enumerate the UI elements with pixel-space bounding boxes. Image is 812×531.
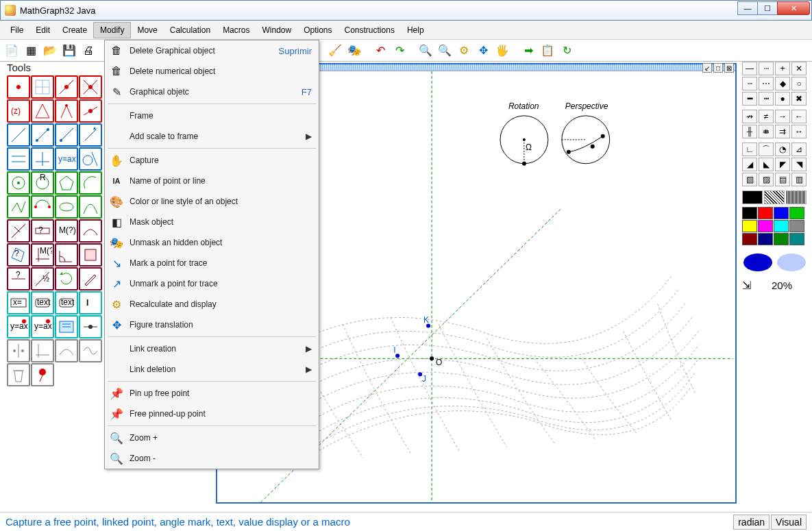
tool-pin[interactable] <box>31 363 54 386</box>
dd-link-creation[interactable]: Link creation▶ <box>105 338 319 359</box>
tool-triangle[interactable] <box>31 99 54 123</box>
close-button[interactable]: ✕ <box>777 1 810 15</box>
tool-area[interactable] <box>79 243 102 267</box>
tool-sym[interactable] <box>7 339 30 362</box>
color-blue[interactable] <box>774 207 789 219</box>
angle-full[interactable]: ◔ <box>775 143 790 156</box>
tool-parallel[interactable] <box>7 147 30 171</box>
color-yellow[interactable] <box>742 220 757 232</box>
menu-file[interactable]: File <box>4 23 29 38</box>
save-icon[interactable]: 💾 <box>60 42 78 60</box>
style-plus[interactable]: + <box>775 62 790 75</box>
style-thick[interactable]: ━ <box>742 92 757 106</box>
fill-d1[interactable]: ▧ <box>742 173 757 186</box>
color-black[interactable] <box>742 207 757 219</box>
dd-link-deletion[interactable]: Link deletion▶ <box>105 359 319 380</box>
style-dash3[interactable]: ┅ <box>759 92 774 106</box>
ellipse-fill-light[interactable] <box>777 254 806 271</box>
color-gray[interactable] <box>789 220 804 232</box>
tool-slope[interactable]: ½ <box>31 267 54 291</box>
style-dashdot[interactable]: ⋯ <box>759 77 774 90</box>
menu-move[interactable]: Move <box>131 23 163 38</box>
dd-unpin[interactable]: 📌Free pinned-up point <box>105 404 319 424</box>
tool-text[interactable]: text <box>31 291 54 314</box>
reload-icon[interactable]: ↻ <box>558 42 576 60</box>
end-arrow-r[interactable]: → <box>775 110 790 123</box>
tool-coord-point[interactable]: (z) <box>7 99 30 123</box>
tool-yeq2[interactable]: y=ax <box>31 315 54 338</box>
tool-point-on[interactable] <box>55 75 78 99</box>
angle-arc[interactable]: ⌒ <box>759 143 774 156</box>
tool-xeq[interactable]: x= <box>7 291 30 314</box>
redo-icon[interactable]: ↷ <box>391 42 408 60</box>
fill-d4[interactable]: ▥ <box>791 173 807 186</box>
tool-tangent[interactable] <box>79 147 102 171</box>
color-red[interactable] <box>758 207 773 219</box>
move-icon[interactable]: ✥ <box>474 42 492 60</box>
tool-bisector[interactable] <box>55 99 78 123</box>
tool-ray[interactable] <box>55 123 78 147</box>
end-double-l[interactable]: ↔ <box>791 125 807 138</box>
dd-graphical-object[interactable]: ✎Graphical objetcF7 <box>105 82 319 102</box>
style-big-x[interactable]: ✖ <box>791 92 807 106</box>
tool-pencil[interactable] <box>79 267 102 291</box>
style-circle-s[interactable]: ○ <box>791 77 807 90</box>
color-navy[interactable] <box>758 233 773 245</box>
angle-d2[interactable]: ◣ <box>759 158 774 171</box>
color-cyan[interactable] <box>774 220 789 232</box>
tool-arc2[interactable] <box>31 195 54 219</box>
angle-d4[interactable]: ◥ <box>791 158 807 171</box>
dd-unmask[interactable]: 🎭Unmask an hidden object <box>105 232 319 253</box>
menu-macros[interactable]: Macros <box>217 23 256 38</box>
eraser-icon[interactable]: 🧹 <box>326 42 344 60</box>
angle-d3[interactable]: ◤ <box>775 158 790 171</box>
tool-circle[interactable] <box>7 171 30 195</box>
tool-line[interactable] <box>7 123 30 147</box>
end-hash3[interactable]: ⩩ <box>759 125 774 138</box>
tool-grid-point[interactable] <box>31 75 54 99</box>
curtain-icon[interactable]: 🎭 <box>345 42 363 60</box>
tool-yeq[interactable]: y=ax <box>7 315 30 338</box>
doc-icon[interactable]: 📋 <box>539 42 556 60</box>
tool-polyline[interactable] <box>7 195 30 219</box>
forward-icon[interactable]: ➡ <box>519 42 537 60</box>
color-teal[interactable] <box>789 233 804 245</box>
dd-pin[interactable]: 📌Pin up free point <box>105 383 319 404</box>
dd-capture[interactable]: ✋Capture <box>105 150 319 171</box>
end-hash2[interactable]: ╫ <box>742 125 757 138</box>
menu-edit[interactable]: Edit <box>29 23 56 38</box>
tool-proj[interactable] <box>7 219 30 243</box>
undo-icon[interactable]: ↶ <box>371 42 389 60</box>
tool-axes[interactable] <box>31 339 54 362</box>
tool-text2[interactable]: text <box>55 291 78 314</box>
color-darkgreen[interactable] <box>774 233 789 245</box>
open-icon[interactable]: 📂 <box>41 42 59 60</box>
tool-vector[interactable] <box>79 123 102 147</box>
tool-conic[interactable] <box>79 195 102 219</box>
menu-window[interactable]: Window <box>256 23 297 38</box>
tool-point[interactable] <box>7 75 30 99</box>
tool-dist[interactable]: ? <box>7 267 30 291</box>
end-arrow-l[interactable]: ← <box>791 110 807 123</box>
tool-ellipse[interactable] <box>55 195 78 219</box>
dd-mark-trace[interactable]: ↘Mark a point for trace <box>105 253 319 273</box>
fill-d2[interactable]: ▨ <box>759 173 774 186</box>
tool-measure3[interactable] <box>79 219 102 243</box>
tool-intersection[interactable] <box>79 75 102 99</box>
tool-polygon[interactable] <box>55 171 78 195</box>
menu-constructions[interactable]: Constructions <box>339 23 401 38</box>
status-radian[interactable]: radian <box>733 515 770 530</box>
style-dashed[interactable]: ┄ <box>759 62 774 75</box>
dd-color[interactable]: 🎨Color or line style of an object <box>105 191 319 212</box>
fill-solid[interactable] <box>742 190 763 204</box>
tool-curve[interactable] <box>55 339 78 362</box>
tool-circle-r[interactable]: R <box>31 171 54 195</box>
tool-arc[interactable] <box>79 171 102 195</box>
end-none[interactable]: ↛ <box>742 110 757 123</box>
style-solid[interactable]: — <box>742 62 757 75</box>
dd-mask[interactable]: ◧Mask object <box>105 212 319 232</box>
dd-delete-numerical[interactable]: 🗑Delete numerical object <box>105 61 319 82</box>
dd-add-scale[interactable]: Add scale to frame▶ <box>105 126 319 147</box>
style-x[interactable]: ✕ <box>791 62 807 75</box>
tool-midpoint[interactable] <box>79 99 102 123</box>
